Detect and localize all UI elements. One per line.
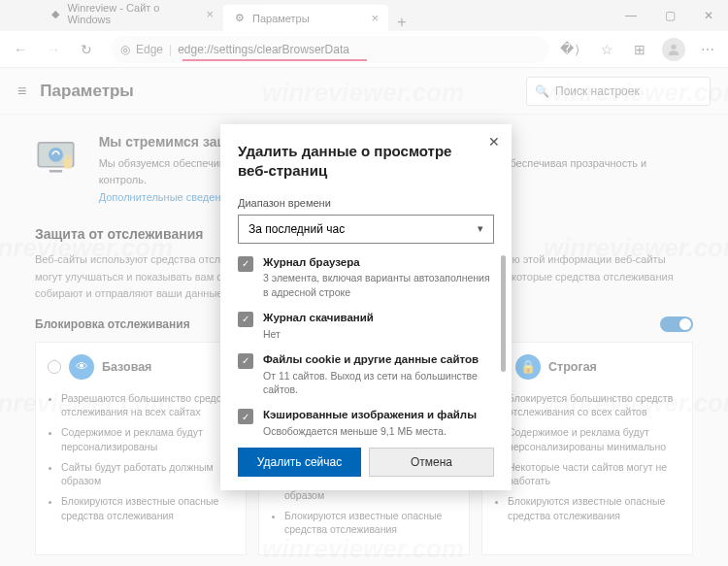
checkbox-row-downloads[interactable]: ✓ Журнал скачиваний Нет <box>238 311 494 341</box>
checkbox-sublabel: Освобождается меньше 9,1 МБ места. Некот… <box>263 424 494 439</box>
scrollbar[interactable] <box>501 255 506 372</box>
checkbox-sublabel: 3 элемента, включая варианты автозаполне… <box>263 271 494 298</box>
chevron-down-icon: ▾ <box>478 222 483 235</box>
checkbox-sublabel: От 11 сайтов. Выход из сети на большинст… <box>263 369 494 396</box>
time-range-select[interactable]: За последний час ▾ <box>238 215 494 244</box>
checkbox-label: Журнал браузера <box>263 255 494 270</box>
checkbox-icon[interactable]: ✓ <box>238 312 253 327</box>
checkbox-row-cookies[interactable]: ✓ Файлы cookie и другие данные сайтов От… <box>238 352 494 396</box>
checkbox-icon[interactable]: ✓ <box>238 256 253 272</box>
dialog-scroll-area: ✓ Журнал браузера 3 элемента, включая ва… <box>238 255 508 440</box>
checkbox-label: Журнал скачиваний <box>263 311 374 325</box>
dialog-title: Удалить данные о просмотре веб-страниц <box>238 142 508 182</box>
checkbox-icon[interactable]: ✓ <box>238 409 253 424</box>
time-range-label: Диапазон времени <box>238 197 508 209</box>
time-range-value: За последний час <box>248 222 345 236</box>
cancel-button[interactable]: Отмена <box>369 448 494 477</box>
checkbox-row-history[interactable]: ✓ Журнал браузера 3 элемента, включая ва… <box>238 255 494 299</box>
clear-browsing-data-dialog: ✕ Удалить данные о просмотре веб-страниц… <box>220 124 512 490</box>
clear-now-button[interactable]: Удалить сейчас <box>238 448 361 477</box>
checkbox-row-cache[interactable]: ✓ Кэшированные изображения и файлы Освоб… <box>238 408 494 439</box>
checkbox-sublabel: Нет <box>263 327 374 341</box>
checkbox-icon[interactable]: ✓ <box>238 353 253 369</box>
dialog-close-button[interactable]: ✕ <box>488 134 500 150</box>
checkbox-label: Кэшированные изображения и файлы <box>263 408 494 422</box>
checkbox-label: Файлы cookie и другие данные сайтов <box>263 352 494 367</box>
